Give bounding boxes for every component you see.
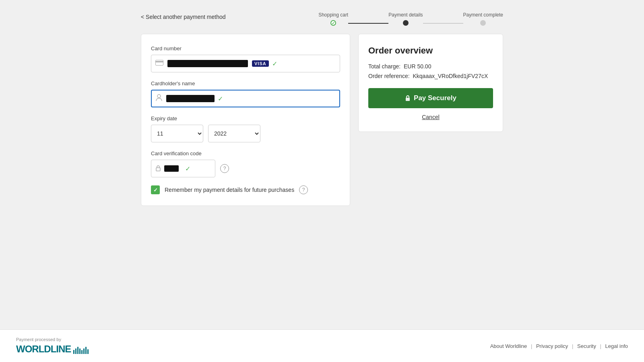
svg-rect-1 bbox=[155, 61, 163, 62]
footer-links: About Worldline | Privacy policy | Secur… bbox=[490, 343, 628, 349]
expiry-row: 01 02 03 04 05 06 07 08 09 10 11 12 bbox=[151, 125, 340, 142]
card-form-panel: Card number VISA ✓ Cardholder's name bbox=[141, 34, 350, 206]
footer-link-privacy[interactable]: Privacy policy bbox=[536, 343, 568, 349]
card-number-group: Card number VISA ✓ bbox=[151, 45, 340, 72]
cardholder-masked bbox=[166, 95, 215, 102]
remember-label: Remember my payment details for future p… bbox=[165, 187, 294, 193]
footer: Payment processed by WORLDLINE About Wor… bbox=[0, 329, 644, 362]
step-payment-complete-label: Payment complete bbox=[463, 12, 503, 18]
order-reference-label: Order reference: bbox=[368, 73, 410, 79]
order-panel: Order overview Total charge: EUR 50.00 O… bbox=[358, 34, 503, 132]
step-payment-complete: Payment complete bbox=[463, 12, 503, 26]
cvc-check-icon: ✓ bbox=[185, 165, 190, 173]
remember-checkbox[interactable]: ✓ bbox=[151, 185, 160, 194]
cvc-row: ✓ ? bbox=[151, 160, 340, 177]
pay-securely-button[interactable]: Pay Securely bbox=[368, 88, 493, 108]
step-line-1 bbox=[348, 23, 388, 24]
card-number-label: Card number bbox=[151, 45, 340, 51]
progress-steps: Shopping cart ✓ Payment details Payment … bbox=[318, 12, 503, 26]
footer-link-about[interactable]: About Worldline bbox=[490, 343, 527, 349]
cvc-label: Card verification code bbox=[151, 150, 340, 156]
check-icon: ✓ bbox=[332, 21, 335, 25]
step-line-2 bbox=[423, 23, 463, 24]
cardholder-check-icon: ✓ bbox=[218, 95, 223, 103]
cvc-group: Card verification code ✓ ? bbox=[151, 150, 340, 177]
step-shopping-cart-indicator: ✓ bbox=[330, 20, 336, 26]
cvc-input[interactable]: ✓ bbox=[151, 160, 215, 177]
expiry-month-select[interactable]: 01 02 03 04 05 06 07 08 09 10 11 12 bbox=[151, 125, 203, 142]
worldline-logo: WORLDLINE bbox=[16, 343, 89, 355]
card-number-masked bbox=[167, 60, 248, 67]
order-reference: Order reference: Kkqaaax_VRoDfked1jFV27c… bbox=[368, 73, 493, 79]
cardholder-input[interactable]: ✓ bbox=[151, 90, 340, 107]
footer-processed-by: Payment processed by bbox=[16, 337, 89, 342]
svg-rect-3 bbox=[156, 168, 160, 171]
step-shopping-cart-label: Shopping cart bbox=[318, 12, 348, 18]
remember-help-icon[interactable]: ? bbox=[299, 185, 308, 194]
step-shopping-cart: Shopping cart ✓ bbox=[318, 12, 348, 26]
order-title: Order overview bbox=[368, 45, 493, 56]
pay-button-label: Pay Securely bbox=[414, 94, 456, 102]
expiry-label: Expiry date bbox=[151, 115, 340, 121]
back-link[interactable]: < Select another payment method bbox=[141, 14, 226, 20]
lock-icon bbox=[155, 165, 161, 173]
step-payment-details: Payment details bbox=[388, 12, 423, 26]
card-icon bbox=[155, 60, 163, 67]
visa-badge: VISA bbox=[252, 60, 269, 67]
cardholder-group: Cardholder's name ✓ bbox=[151, 80, 340, 107]
cardholder-label: Cardholder's name bbox=[151, 80, 340, 86]
order-total-label: Total charge: bbox=[368, 63, 400, 70]
order-total: Total charge: EUR 50.00 bbox=[368, 63, 493, 70]
person-icon bbox=[156, 94, 162, 103]
remember-checkbox-check-icon: ✓ bbox=[153, 187, 158, 193]
card-number-input[interactable]: VISA ✓ bbox=[151, 55, 340, 72]
footer-left: Payment processed by WORLDLINE bbox=[16, 337, 89, 355]
svg-rect-0 bbox=[156, 60, 163, 66]
card-number-check-icon: ✓ bbox=[272, 60, 277, 68]
worldline-waves-icon bbox=[73, 344, 89, 354]
svg-point-2 bbox=[157, 95, 161, 98]
order-reference-value: Kkqaaax_VRoDfked1jFV27cX bbox=[413, 73, 488, 79]
expiry-group: Expiry date 01 02 03 04 05 06 07 08 09 1… bbox=[151, 115, 340, 142]
footer-link-legal[interactable]: Legal info bbox=[605, 343, 628, 349]
footer-link-security[interactable]: Security bbox=[577, 343, 596, 349]
svg-rect-4 bbox=[406, 98, 410, 101]
expiry-year-select[interactable]: 2022 2023 2024 2025 2026 2027 bbox=[208, 125, 260, 142]
worldline-text: WORLDLINE bbox=[16, 343, 71, 355]
step-payment-complete-indicator bbox=[480, 20, 486, 26]
remember-row: ✓ Remember my payment details for future… bbox=[151, 185, 340, 194]
step-payment-details-label: Payment details bbox=[388, 12, 423, 18]
cancel-link[interactable]: Cancel bbox=[368, 114, 493, 120]
lock-pay-icon bbox=[405, 95, 411, 101]
step-payment-details-indicator bbox=[403, 20, 409, 26]
cvc-masked bbox=[164, 165, 179, 172]
order-total-value: EUR 50.00 bbox=[404, 63, 431, 70]
cvc-help-icon[interactable]: ? bbox=[220, 164, 229, 173]
